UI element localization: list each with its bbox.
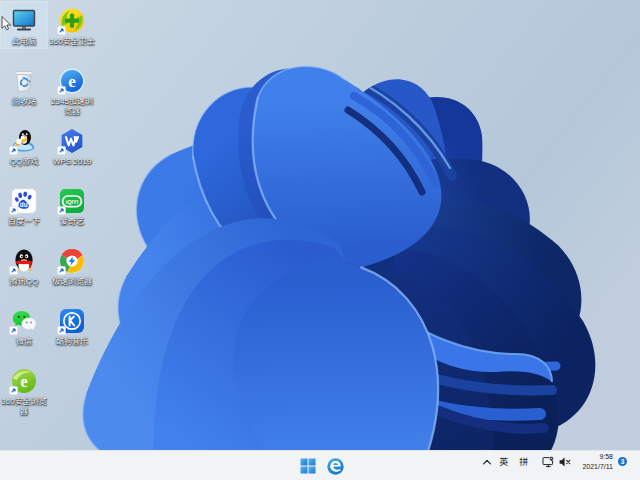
- edge-e-logo-icon: [327, 458, 344, 475]
- ime-pinyin-indicator[interactable]: 拼: [519, 455, 528, 468]
- desktop-icon-wps-2019[interactable]: WPS 2019: [49, 122, 95, 178]
- desktop-icon-label: 极速浏览器: [49, 277, 95, 287]
- volume-muted-icon: [559, 457, 572, 467]
- ime-language-english[interactable]: 英: [499, 455, 508, 468]
- notification-count-badge[interactable]: 3: [618, 457, 627, 466]
- 2345-browser-icon: e: [59, 68, 85, 94]
- tray-hardware-button[interactable]: [542, 456, 555, 468]
- kugou-music-icon: [59, 308, 85, 334]
- clock-date: 2021/7/11: [582, 462, 613, 472]
- svg-text:du: du: [20, 201, 28, 208]
- desktop-icon-label: 360安全浏览器: [1, 397, 47, 417]
- this-pc-icon: [11, 8, 37, 34]
- desktop-icon-wechat[interactable]: 微信: [1, 302, 47, 358]
- wechat-icon: [11, 308, 37, 334]
- desktop: 此电脑 360安全卫士: [0, 0, 640, 480]
- edge-browser-button[interactable]: [324, 454, 348, 478]
- qq-games-icon: [11, 128, 37, 154]
- iqiyi-icon: iQIYI: [59, 188, 85, 214]
- desktop-icon-recycle-bin[interactable]: 回收站: [1, 62, 47, 118]
- desktop-icon-tencent-qq[interactable]: 腾讯QQ: [1, 242, 47, 298]
- tray-hidden-icons-button[interactable]: [482, 457, 492, 467]
- desktop-icon-label: 此电脑: [1, 37, 47, 47]
- 360-safe-guard-icon: [59, 8, 85, 34]
- windows-logo-icon: [300, 458, 316, 474]
- clock-time: 9:58: [582, 452, 613, 462]
- system-tray: 英 拼 9:58 2021/7/11: [482, 451, 640, 480]
- desktop-icon-label: 百度一下: [1, 217, 47, 227]
- mouse-cursor-arrow: [1, 16, 13, 32]
- tray-volume-button[interactable]: [559, 457, 572, 467]
- desktop-icon-label: 酷狗音乐: [49, 337, 95, 347]
- tray-clock[interactable]: 9:58 2021/7/11: [582, 452, 613, 471]
- desktop-icon-kugou-music[interactable]: 酷狗音乐: [49, 302, 95, 358]
- desktop-icon-label: 360安全卫士: [49, 37, 95, 47]
- desktop-icon-qq-games[interactable]: QQ游戏: [1, 122, 47, 178]
- tencent-qq-icon: [11, 248, 37, 274]
- desktop-icon-label: 2345加速浏览器: [49, 97, 95, 117]
- wps-2019-icon: [59, 128, 85, 154]
- chevron-up-icon: [482, 457, 492, 467]
- desktop-icon-iqiyi[interactable]: iQIYI 爱奇艺: [49, 182, 95, 238]
- desktop-icon-speed-browser[interactable]: 极速浏览器: [49, 242, 95, 298]
- svg-text:e: e: [68, 72, 76, 91]
- svg-text:iQIYI: iQIYI: [66, 199, 79, 205]
- desktop-icon-label: QQ游戏: [1, 157, 47, 167]
- monitor-pen-icon: [542, 456, 555, 468]
- desktop-icon-2345-browser[interactable]: e 2345加速浏览器: [49, 62, 95, 118]
- wallpaper-windows-11-bloom: [0, 0, 640, 450]
- desktop-icon-label: 爱奇艺: [49, 217, 95, 227]
- desktop-icon-360-safe-guard[interactable]: 360安全卫士: [49, 2, 95, 58]
- 360-secure-browser-icon: e: [11, 368, 37, 394]
- svg-text:e: e: [20, 373, 27, 390]
- desktop-icon-label: WPS 2019: [49, 157, 95, 167]
- desktop-icon-baidu-search[interactable]: du 百度一下: [1, 182, 47, 238]
- start-button[interactable]: [296, 454, 320, 478]
- baidu-search-icon: du: [11, 188, 37, 214]
- desktop-icon-label: 腾讯QQ: [1, 277, 47, 287]
- desktop-icon-360-secure-browser[interactable]: e 360安全浏览器: [1, 362, 47, 418]
- speed-browser-icon: [59, 248, 85, 274]
- recycle-bin-icon: [11, 68, 37, 94]
- taskbar: 英 拼 9:58 2021/7/11: [0, 450, 640, 480]
- desktop-icon-label: 回收站: [1, 97, 47, 107]
- desktop-icon-label: 微信: [1, 337, 47, 347]
